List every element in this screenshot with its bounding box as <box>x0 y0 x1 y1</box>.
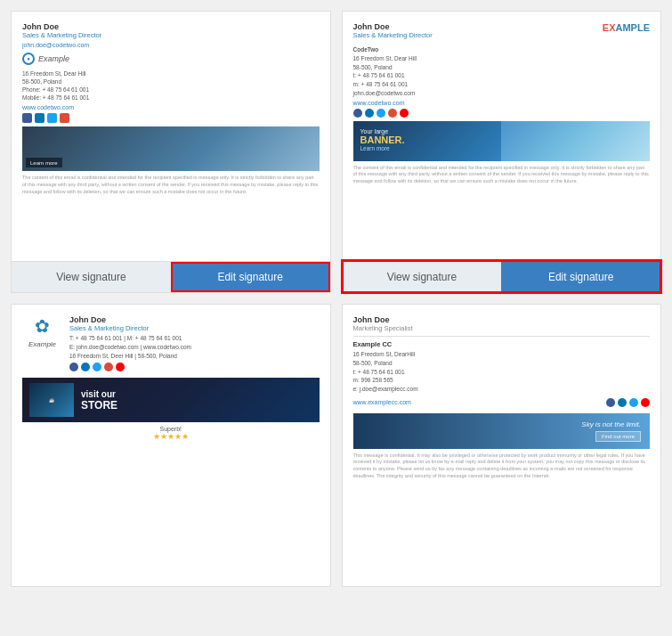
fb-icon <box>353 109 362 118</box>
sig4-name: John Doe <box>353 315 651 324</box>
signature-card-2: John Doe Sales & Marketing Director EXAM… <box>342 11 662 293</box>
sig4-website: www.examplecc.com <box>353 399 411 405</box>
signature-card-1: John Doe Sales & Marketing Director john… <box>11 11 331 293</box>
sig3-tw-icon <box>93 363 101 371</box>
sig1-view-button[interactable]: View signature <box>12 262 171 292</box>
sig4-banner-btn: Find out more <box>595 431 641 442</box>
sig3-name: John Doe <box>69 315 320 324</box>
sig2-website: www.codetwo.com <box>353 100 651 106</box>
sig3-yt-icon <box>116 363 125 371</box>
sig2-header: John Doe Sales & Marketing Director EXAM… <box>353 22 651 42</box>
sig1-website: www.codetwo.com <box>22 104 320 110</box>
sig3-fb-icon <box>69 363 78 371</box>
sig2-banner-link: Learn more <box>360 145 644 151</box>
sig4-yt-icon <box>641 398 650 407</box>
sig1-preview: John Doe Sales & Marketing Director john… <box>12 12 330 261</box>
sig3-superb: Superb! <box>22 426 320 432</box>
sig2-socials <box>353 109 651 118</box>
sig4-preview: John Doe Marketing Specialist Example CC… <box>343 305 661 554</box>
sig3-details: T: + 48 75 64 61 001 | M: + 48 75 64 61 … <box>69 334 320 360</box>
sig1-actions: View signature Edit signature <box>12 261 330 292</box>
sig3-visit: visit our <box>81 389 117 399</box>
sig2-banner: Your large BANNER. Learn more <box>353 121 651 161</box>
sig2-logo-area: EXAMPLE <box>603 22 650 33</box>
sig2-info: John Doe Sales & Marketing Director <box>353 22 433 42</box>
sig1-banner-img: Learn more <box>22 126 320 171</box>
sig3-content: ✿ Example John Doe Sales & Marketing Dir… <box>22 315 320 374</box>
flower-icon: ✿ <box>35 315 50 337</box>
sig2-disclaimer: The content of this email is confidentia… <box>353 165 651 185</box>
sig3-stars: ★★★★★ <box>22 432 320 441</box>
sig1-name: John Doe <box>22 22 320 31</box>
sig4-banner-text: Sky is not the limit. <box>581 420 641 428</box>
sig3-banner: ☕ visit our STORE <box>22 378 320 422</box>
sig1-email: john.doe@codetwo.com <box>22 42 320 48</box>
facebook-icon <box>22 113 32 123</box>
sig2-actions: View signature Edit signature <box>343 261 661 292</box>
sig4-tw-icon <box>629 398 638 407</box>
sig3-socials <box>69 363 320 371</box>
twitter-icon <box>47 113 57 123</box>
sig3-store: STORE <box>81 399 117 412</box>
sig2-logo-ex: EX <box>603 22 616 33</box>
sig1-socials <box>22 113 320 123</box>
sig4-fb-icon <box>606 398 615 407</box>
sig2-preview: John Doe Sales & Marketing Director EXAM… <box>343 12 661 261</box>
sig4-no-actions <box>343 554 661 586</box>
sig2-name: John Doe <box>353 22 433 31</box>
sig4-title: Marketing Specialist <box>353 324 651 332</box>
sig4-company: Example CC <box>353 340 651 348</box>
sig1-logo-circle: ● <box>22 53 35 65</box>
sig1-address: 16 Freedom St, Dear Hill58-500, PolandPh… <box>22 69 320 102</box>
sig3-logo-area: ✿ Example <box>22 315 62 374</box>
sig2-title: Sales & Marketing Director <box>353 31 433 39</box>
signature-card-4: John Doe Marketing Specialist Example CC… <box>342 304 662 587</box>
sig3-title: Sales & Marketing Director <box>69 324 320 332</box>
sig1-edit-button[interactable]: Edit signature <box>171 262 330 292</box>
gp-icon <box>388 109 397 118</box>
tw-icon <box>376 109 385 118</box>
sig3-banner-image: ☕ <box>29 383 74 417</box>
sig3-li-icon <box>81 363 90 371</box>
sig3-banner-text: visit our STORE <box>81 389 117 412</box>
sig1-disclaimer: The content of this email is confidentia… <box>22 175 320 195</box>
sig3-logo-label: Example <box>28 340 56 348</box>
sig3-info: John Doe Sales & Marketing Director T: +… <box>69 315 320 374</box>
sig3-no-actions <box>12 554 330 586</box>
sig3-preview: ✿ Example John Doe Sales & Marketing Dir… <box>12 305 330 554</box>
signature-grid: John Doe Sales & Marketing Director john… <box>0 0 672 598</box>
sig2-edit-button[interactable]: Edit signature <box>501 262 660 292</box>
sig2-logo-ample: AMPLE <box>616 22 651 33</box>
sig3-gp-icon <box>104 363 113 371</box>
sig4-li-icon <box>618 398 627 407</box>
li-icon <box>365 109 374 118</box>
sig1-title: Sales & Marketing Director <box>22 31 320 39</box>
sig2-banner-main: Your large <box>360 128 644 135</box>
linkedin-icon <box>35 113 45 123</box>
sig1-logo: ● Example <box>22 53 320 65</box>
googleplus-icon <box>60 113 69 123</box>
signature-card-3: ✿ Example John Doe Sales & Marketing Dir… <box>11 304 331 587</box>
sig1-logo-text: Example <box>38 54 69 63</box>
yt-icon <box>400 109 409 118</box>
sig2-view-button[interactable]: View signature <box>343 262 502 292</box>
sig4-disclaimer: This message is confidential. It may als… <box>353 453 651 480</box>
sig2-address: CodeTwo 16 Freedom St, Dear Hill58-500, … <box>353 45 651 98</box>
sig1-banner-link: Learn more <box>30 160 58 166</box>
sig4-banner: Sky is not the limit. Find out more <box>353 413 651 449</box>
sig4-address: 16 Freedom St, DearHill58-500, Polandt: … <box>353 350 651 394</box>
sig4-socials <box>606 398 650 407</box>
sig2-banner-bold: BANNER. <box>360 135 644 145</box>
